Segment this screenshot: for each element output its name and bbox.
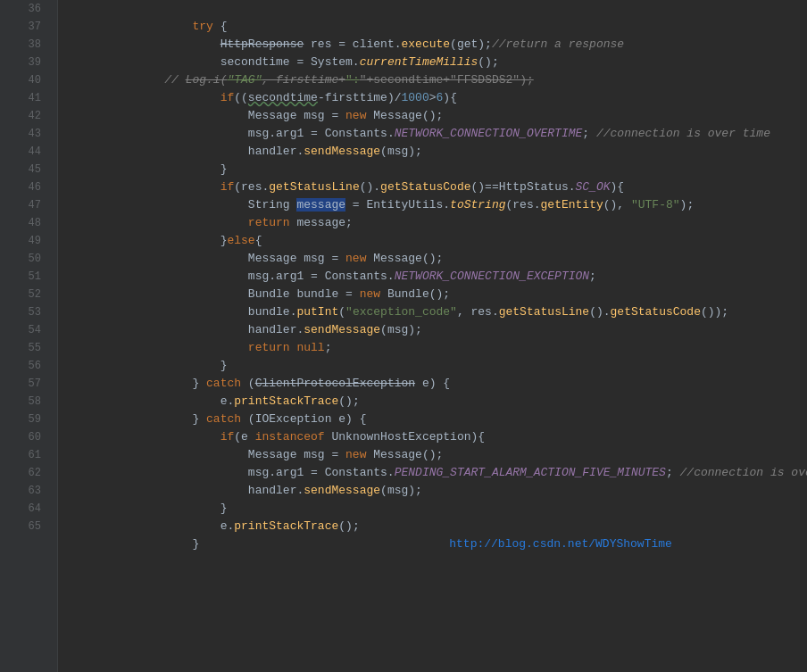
code-line-54: return null; bbox=[67, 321, 807, 339]
code-editor: 36 37 38 39 40 41 42 43 44 45 46 47 48 4… bbox=[0, 0, 807, 672]
code-line-39: // Log.i("TAG", firsttime+":"+secondtime… bbox=[67, 54, 807, 71]
blog-url: http://blog.csdn.net/WDYShowTime bbox=[449, 537, 672, 551]
code-line-37: HttpResponse res = client.execute(get);/… bbox=[67, 18, 807, 36]
code-line-40: if((secondtime-firsttime)/1000>6){ bbox=[67, 71, 807, 89]
line-50: 50 bbox=[0, 250, 48, 268]
code-line-63: } bbox=[67, 482, 807, 500]
code-line-48: }else{ bbox=[67, 214, 807, 232]
line-63: 63 bbox=[0, 482, 48, 500]
code-line-38: secondtime = System.currentTimeMillis(); bbox=[67, 36, 807, 54]
code-line-57: e.printStackTrace(); bbox=[67, 375, 807, 393]
line-36: 36 bbox=[0, 0, 48, 18]
line-65: 65 bbox=[0, 518, 48, 535]
line-48: 48 bbox=[0, 214, 48, 232]
line-38: 38 bbox=[0, 36, 48, 54]
code-line-58: } catch (IOException e) { bbox=[67, 393, 807, 411]
code-line-61: msg.arg1 = Constants.PENDING_START_ALARM… bbox=[67, 446, 807, 464]
line-47: 47 bbox=[0, 196, 48, 214]
line-46: 46 bbox=[0, 178, 48, 196]
line-numbers: 36 37 38 39 40 41 42 43 44 45 46 47 48 4… bbox=[0, 0, 58, 672]
line-57: 57 bbox=[0, 375, 48, 393]
line-53: 53 bbox=[0, 303, 48, 321]
line-39: 39 bbox=[0, 54, 48, 71]
line-60: 60 bbox=[0, 428, 48, 446]
line-62: 62 bbox=[0, 464, 48, 482]
code-line-45: if(res.getStatusLine().getStatusCode()==… bbox=[67, 161, 807, 178]
code-line-59: if(e instanceof UnknownHostException){ bbox=[67, 411, 807, 428]
line-54: 54 bbox=[0, 321, 48, 339]
code-line-46: String message = EntityUtils.toString(re… bbox=[67, 178, 807, 196]
code-line-56: } catch (ClientProtocolException e) { bbox=[67, 357, 807, 375]
code-lines: try { HttpResponse res = client.execute(… bbox=[58, 0, 807, 672]
code-line-52: bundle.putInt("exception_code", res.getS… bbox=[67, 286, 807, 303]
code-line-60: Message msg = new Message(); bbox=[67, 428, 807, 446]
code-line-65: }http://blog.csdn.net/WDYShowTime bbox=[67, 518, 807, 535]
line-37: 37 bbox=[0, 18, 48, 36]
line-43: 43 bbox=[0, 125, 48, 143]
code-line-64: e.printStackTrace(); bbox=[67, 500, 807, 518]
line-64: 64 bbox=[0, 500, 48, 518]
line-58: 58 bbox=[0, 393, 48, 411]
code-line-41: Message msg = new Message(); bbox=[67, 89, 807, 107]
code-line-44: } bbox=[67, 143, 807, 161]
code-line-47: return message; bbox=[67, 196, 807, 214]
line-45: 45 bbox=[0, 161, 48, 178]
line-44: 44 bbox=[0, 143, 48, 161]
code-line-50: msg.arg1 = Constants.NETWORK_CONNECTION_… bbox=[67, 250, 807, 268]
code-line-53: handler.sendMessage(msg); bbox=[67, 303, 807, 321]
line-40: 40 bbox=[0, 71, 48, 89]
line-41: 41 bbox=[0, 89, 48, 107]
line-52: 52 bbox=[0, 286, 48, 303]
code-line-42: msg.arg1 = Constants.NETWORK_CONNECTION_… bbox=[67, 107, 807, 125]
code-line-36: try { bbox=[67, 0, 807, 18]
code-line-49: Message msg = new Message(); bbox=[67, 232, 807, 250]
code-line-62: handler.sendMessage(msg); bbox=[67, 464, 807, 482]
code-line-55: } bbox=[67, 339, 807, 357]
line-59: 59 bbox=[0, 411, 48, 428]
code-line-43: handler.sendMessage(msg); bbox=[67, 125, 807, 143]
line-51: 51 bbox=[0, 268, 48, 286]
line-49: 49 bbox=[0, 232, 48, 250]
code-line-51: Bundle bundle = new Bundle(); bbox=[67, 268, 807, 286]
line-42: 42 bbox=[0, 107, 48, 125]
line-55: 55 bbox=[0, 339, 48, 357]
line-61: 61 bbox=[0, 446, 48, 464]
line-56: 56 bbox=[0, 357, 48, 375]
